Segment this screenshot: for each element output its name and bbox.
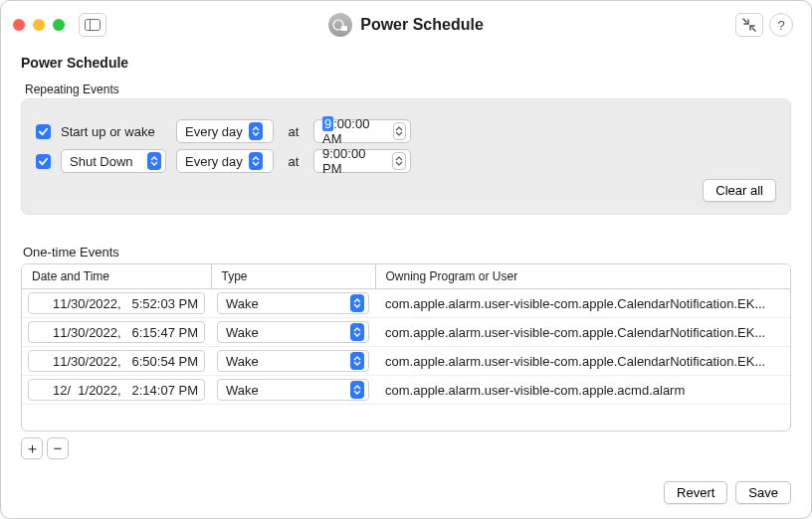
datetime-field[interactable]: 11/30/2022, 5:52:03 PM (28, 292, 205, 314)
type-select[interactable]: Wake (217, 350, 369, 372)
chevron-updown-icon (350, 294, 364, 312)
type-select[interactable]: Wake (217, 379, 369, 401)
table-row[interactable]: 11/30/2022, 5:52:03 PMWakecom.apple.alar… (22, 289, 790, 318)
collapse-button[interactable] (735, 13, 763, 37)
owner-text: com.apple.alarm.user-visible-com.apple.C… (381, 296, 784, 311)
revert-button[interactable]: Revert (664, 481, 727, 504)
col-date-time[interactable]: Date and Time (22, 264, 211, 289)
shutdown-action-select[interactable]: Shut Down (61, 149, 166, 173)
page-title: Power Schedule (21, 55, 791, 71)
repeating-panel: Start up or wake Every day at 9:00:00 AM (21, 98, 791, 215)
at-label: at (284, 124, 304, 139)
chevron-updown-icon (350, 352, 364, 370)
onetime-label: One-time Events (23, 245, 791, 260)
chevron-updown-icon (147, 152, 161, 170)
table-row[interactable]: 12/ 1/2022, 2:14:07 PMWakecom.apple.alar… (22, 376, 790, 405)
owner-text: com.apple.alarm.user-visible-com.apple.C… (381, 325, 784, 340)
svg-point-2 (333, 20, 343, 30)
wake-label: Start up or wake (61, 124, 166, 139)
col-type[interactable]: Type (211, 264, 375, 289)
type-select[interactable]: Wake (217, 321, 369, 343)
datetime-field[interactable]: 11/30/2022, 6:50:54 PM (28, 350, 205, 372)
repeating-row-shutdown: Shut Down Every day at 9:00:00 PM (36, 149, 776, 173)
stepper-icon[interactable] (392, 152, 406, 170)
wake-checkbox[interactable] (36, 124, 51, 139)
chevron-updown-icon (249, 152, 263, 170)
help-button[interactable]: ? (769, 13, 793, 37)
owner-text: com.apple.alarm.user-visible-com.apple.a… (381, 383, 784, 398)
onetime-table: Date and Time Type Owning Program or Use… (21, 263, 791, 432)
help-icon: ? (777, 18, 784, 33)
stepper-icon[interactable] (393, 122, 406, 140)
remove-button[interactable]: − (47, 437, 69, 459)
owner-text: com.apple.alarm.user-visible-com.apple.C… (381, 354, 784, 369)
save-button[interactable]: Save (735, 481, 791, 504)
at-label: at (284, 154, 304, 169)
traffic-lights (13, 19, 65, 31)
shutdown-frequency-select[interactable]: Every day (176, 149, 274, 173)
wake-time-field[interactable]: 9:00:00 AM (313, 119, 411, 143)
svg-rect-3 (341, 26, 347, 31)
shutdown-checkbox[interactable] (36, 154, 51, 169)
wake-frequency-select[interactable]: Every day (176, 119, 274, 143)
window-title: Power Schedule (360, 16, 484, 34)
titlebar: Power Schedule ? (1, 1, 811, 49)
add-button[interactable]: ＋ (21, 437, 43, 459)
chevron-updown-icon (350, 381, 364, 399)
type-select[interactable]: Wake (217, 292, 369, 314)
minimize-icon[interactable] (33, 19, 45, 31)
chevron-updown-icon (350, 323, 364, 341)
chevron-updown-icon (249, 122, 263, 140)
maximize-icon[interactable] (53, 19, 65, 31)
table-row[interactable]: 11/30/2022, 6:50:54 PMWakecom.apple.alar… (22, 347, 790, 376)
close-icon[interactable] (13, 19, 25, 31)
clear-all-button[interactable]: Clear all (703, 179, 776, 202)
shutdown-time-field[interactable]: 9:00:00 PM (313, 149, 411, 173)
repeating-row-wake: Start up or wake Every day at 9:00:00 AM (36, 119, 776, 143)
sidebar-toggle-button[interactable] (79, 13, 106, 37)
repeating-group-label: Repeating Events (25, 83, 791, 96)
datetime-field[interactable]: 11/30/2022, 6:15:47 PM (28, 321, 205, 343)
window: Power Schedule ? Power Schedule Repeatin… (0, 0, 812, 519)
app-icon (328, 13, 352, 37)
svg-rect-0 (86, 20, 101, 31)
table-row[interactable]: 11/30/2022, 6:15:47 PMWakecom.apple.alar… (22, 318, 790, 347)
datetime-field[interactable]: 12/ 1/2022, 2:14:07 PM (28, 379, 205, 401)
col-owner[interactable]: Owning Program or User (375, 264, 790, 289)
